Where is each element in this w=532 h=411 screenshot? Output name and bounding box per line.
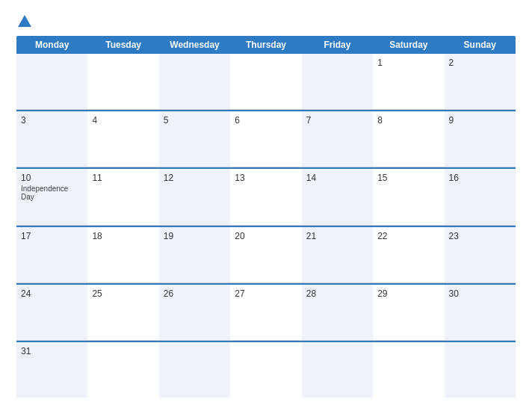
cal-cell-w1-d6: 9 bbox=[445, 111, 516, 167]
day-number: 18 bbox=[92, 231, 154, 241]
calendar: Monday Tuesday Wednesday Thursday Friday… bbox=[16, 36, 516, 398]
day-number: 11 bbox=[92, 173, 154, 183]
weekday-tuesday: Tuesday bbox=[87, 36, 158, 54]
cal-cell-w5-d3 bbox=[230, 342, 301, 398]
cal-cell-w0-d3 bbox=[230, 54, 301, 109]
day-number: 28 bbox=[306, 288, 368, 299]
week-row-1: 3456789 bbox=[16, 110, 516, 167]
day-number: 31 bbox=[21, 346, 83, 356]
cal-cell-w3-d5: 22 bbox=[373, 227, 444, 282]
day-number: 22 bbox=[377, 231, 439, 241]
week-row-4: 24252627282930 bbox=[16, 283, 516, 341]
day-number: 25 bbox=[92, 288, 154, 299]
cal-cell-w3-d1: 18 bbox=[87, 227, 158, 282]
cal-cell-w3-d4: 21 bbox=[302, 227, 373, 282]
calendar-header: Monday Tuesday Wednesday Thursday Friday… bbox=[16, 36, 516, 54]
calendar-body: 12345678910Independence Day1112131415161… bbox=[16, 54, 516, 398]
cal-cell-w5-d6 bbox=[445, 342, 516, 398]
day-number: 13 bbox=[235, 173, 297, 183]
cal-cell-w0-d4 bbox=[302, 54, 373, 109]
day-number: 15 bbox=[377, 173, 439, 183]
cal-cell-w2-d2: 12 bbox=[159, 169, 230, 224]
day-event: Independence Day bbox=[21, 185, 83, 201]
week-row-3: 17181920212223 bbox=[16, 226, 516, 283]
day-number: 23 bbox=[449, 231, 511, 241]
day-number: 26 bbox=[164, 288, 226, 299]
cal-cell-w2-d3: 13 bbox=[230, 169, 301, 224]
weekday-sunday: Sunday bbox=[445, 36, 516, 54]
day-number: 8 bbox=[377, 115, 439, 126]
cal-cell-w4-d3: 27 bbox=[230, 285, 301, 340]
day-number: 5 bbox=[164, 115, 226, 126]
week-row-5: 31 bbox=[16, 341, 516, 398]
day-number: 1 bbox=[377, 58, 439, 68]
cal-cell-w0-d5: 1 bbox=[373, 54, 444, 109]
weekday-friday: Friday bbox=[302, 36, 373, 54]
day-number: 16 bbox=[449, 173, 511, 183]
logo bbox=[16, 13, 36, 30]
cal-cell-w4-d6: 30 bbox=[445, 285, 516, 340]
cal-cell-w5-d4 bbox=[302, 342, 373, 398]
cal-cell-w0-d1 bbox=[87, 54, 158, 109]
cal-cell-w2-d4: 14 bbox=[302, 169, 373, 224]
cal-cell-w1-d4: 7 bbox=[302, 111, 373, 167]
cal-cell-w4-d2: 26 bbox=[159, 285, 230, 340]
day-number: 21 bbox=[306, 231, 368, 241]
day-number: 29 bbox=[377, 288, 439, 299]
week-row-0: 12 bbox=[16, 54, 516, 110]
day-number: 14 bbox=[306, 173, 368, 183]
day-number: 19 bbox=[164, 231, 226, 241]
cal-cell-w1-d0: 3 bbox=[16, 111, 87, 167]
cal-cell-w2-d5: 15 bbox=[373, 169, 444, 224]
day-number: 2 bbox=[449, 58, 511, 68]
day-number: 30 bbox=[449, 288, 511, 299]
day-number: 3 bbox=[21, 115, 83, 126]
cal-cell-w0-d6: 2 bbox=[445, 54, 516, 109]
cal-cell-w5-d1 bbox=[87, 342, 158, 398]
cal-cell-w3-d3: 20 bbox=[230, 227, 301, 282]
weekday-saturday: Saturday bbox=[373, 36, 444, 54]
cal-cell-w3-d2: 19 bbox=[159, 227, 230, 282]
cal-cell-w4-d0: 24 bbox=[16, 285, 87, 340]
cal-cell-w0-d2 bbox=[159, 54, 230, 109]
cal-cell-w2-d1: 11 bbox=[87, 169, 158, 224]
cal-cell-w4-d1: 25 bbox=[87, 285, 158, 340]
cal-cell-w1-d5: 8 bbox=[373, 111, 444, 167]
cal-cell-w2-d0: 10Independence Day bbox=[16, 169, 87, 224]
cal-cell-w1-d2: 5 bbox=[159, 111, 230, 167]
weekday-thursday: Thursday bbox=[230, 36, 301, 54]
cal-cell-w1-d3: 6 bbox=[230, 111, 301, 167]
day-number: 20 bbox=[235, 231, 297, 241]
day-number: 24 bbox=[21, 288, 83, 299]
day-number: 4 bbox=[92, 115, 154, 126]
weekday-monday: Monday bbox=[16, 36, 87, 54]
week-row-2: 10Independence Day111213141516 bbox=[16, 167, 516, 225]
header bbox=[16, 13, 516, 30]
cal-cell-w3-d6: 23 bbox=[445, 227, 516, 282]
day-number: 10 bbox=[21, 173, 83, 183]
cal-cell-w5-d5 bbox=[373, 342, 444, 398]
day-number: 27 bbox=[235, 288, 297, 299]
cal-cell-w1-d1: 4 bbox=[87, 111, 158, 167]
day-number: 17 bbox=[21, 231, 83, 241]
day-number: 6 bbox=[235, 115, 297, 126]
cal-cell-w3-d0: 17 bbox=[16, 227, 87, 282]
day-number: 12 bbox=[164, 173, 226, 183]
cal-cell-w4-d5: 29 bbox=[373, 285, 444, 340]
day-number: 9 bbox=[449, 115, 511, 126]
page: Monday Tuesday Wednesday Thursday Friday… bbox=[0, 0, 532, 411]
logo-icon bbox=[16, 13, 33, 30]
cal-cell-w4-d4: 28 bbox=[302, 285, 373, 340]
cal-cell-w2-d6: 16 bbox=[445, 169, 516, 224]
weekday-wednesday: Wednesday bbox=[159, 36, 230, 54]
cal-cell-w5-d0: 31 bbox=[16, 342, 87, 398]
svg-marker-0 bbox=[18, 15, 31, 27]
cal-cell-w0-d0 bbox=[16, 54, 87, 109]
cal-cell-w5-d2 bbox=[159, 342, 230, 398]
day-number: 7 bbox=[306, 115, 368, 126]
